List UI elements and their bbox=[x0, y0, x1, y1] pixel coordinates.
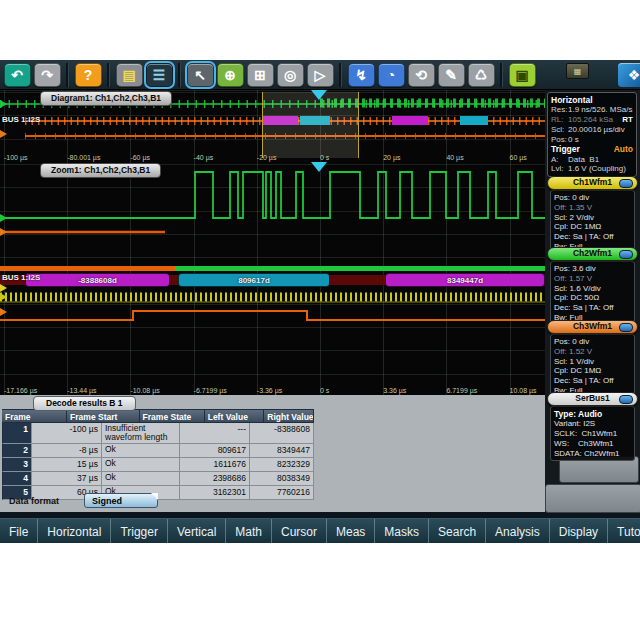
zoom1-waveform-area: -8388608d809617d8349447d Zoom1: Ch1,Ch2,… bbox=[0, 162, 545, 396]
toolbar-separator bbox=[500, 63, 503, 87]
delete-button[interactable]: ♺ bbox=[468, 63, 495, 87]
trigger-mode-badge: Auto bbox=[614, 144, 633, 154]
trigger-tool-button[interactable]: ↯ bbox=[348, 63, 375, 87]
diagram1-tab[interactable]: Diagram1: Ch1,Ch2,Ch3,B1 bbox=[40, 91, 172, 106]
channel-badge-ch1wfm1[interactable]: Ch1Wfm1 Pos: 0 divOff: 1.35 VScl: 2 V/di… bbox=[547, 176, 638, 255]
decode-results-panel: Decode results B 1 FrameFrame StartFrame… bbox=[0, 395, 545, 512]
toolbar-separator bbox=[107, 63, 110, 87]
right-sidebar: Horizontal Res:1.9 ns/526. MSa/sRL:105.2… bbox=[545, 90, 640, 512]
menu-tutorials[interactable]: Tutorials bbox=[608, 519, 640, 543]
trigger-position-marker-zoom[interactable] bbox=[311, 162, 327, 172]
bus1-label: BUS 1:I2S bbox=[2, 115, 40, 124]
ch1-ground-marker-zoom[interactable] bbox=[0, 293, 7, 301]
trigger-panel-title: Trigger bbox=[551, 144, 580, 154]
help-button[interactable]: ? bbox=[75, 63, 102, 87]
menu-cursor[interactable]: Cursor bbox=[272, 519, 327, 543]
minimized-dialog[interactable] bbox=[545, 484, 640, 513]
data-format-select[interactable]: Signed bbox=[84, 493, 158, 508]
undo-button[interactable]: ↶ bbox=[4, 63, 31, 87]
mask-test-button[interactable]: ◎ bbox=[277, 63, 304, 87]
toolbar-separator bbox=[339, 63, 342, 87]
horizontal-trigger-panel[interactable]: Horizontal Res:1.9 ns/526. MSa/sRL:105.2… bbox=[547, 92, 637, 177]
bus1-label-zoom: BUS 1:I2S bbox=[2, 273, 40, 282]
zoom-region-indicator[interactable] bbox=[262, 92, 359, 158]
trigger-position-marker[interactable] bbox=[311, 90, 327, 100]
horizontal-panel-title: Horizontal bbox=[551, 95, 593, 105]
toolbar: ↶↷?▤☰↖⊕⊞◎▷↯◔⟲✎♺▣ bbox=[0, 60, 640, 90]
layout-grid-button[interactable]: ⊞ bbox=[247, 63, 274, 87]
acquisition-timer-button[interactable]: ◔ bbox=[378, 63, 405, 87]
badge-title: SerBus1 bbox=[575, 393, 610, 403]
minimize-icon[interactable] bbox=[619, 323, 633, 332]
diagram1-time-axis: -100 µs-80.001 µs-60 µs-40 µs-20 µs0 s20… bbox=[0, 152, 545, 161]
bus-frame: 809617d bbox=[178, 273, 330, 287]
menu-search[interactable]: Search bbox=[429, 519, 486, 543]
signal-settings-button[interactable]: ☰ bbox=[146, 63, 173, 87]
menu-vertical[interactable]: Vertical bbox=[168, 519, 226, 543]
ch3-ws-marker[interactable] bbox=[0, 308, 7, 316]
minimize-icon[interactable] bbox=[619, 395, 633, 404]
select-tool-button[interactable]: ↖ bbox=[187, 63, 214, 87]
decode-results-table: FrameFrame StartFrame StateLeft ValueRig… bbox=[2, 409, 314, 500]
table-row[interactable]: 4 37 µs Ok 2398686 8038349 bbox=[2, 472, 314, 486]
badge-title: Ch2Wfm1 bbox=[573, 248, 612, 258]
save-recall-button[interactable]: ▣ bbox=[509, 63, 536, 87]
diagram1-waveform-area: Diagram1: Ch1,Ch2,Ch3,B1 BUS 1:I2S -100 … bbox=[0, 90, 545, 163]
bus-frame: -8388608d bbox=[25, 273, 170, 287]
badge-title: Ch3Wfm1 bbox=[573, 321, 612, 331]
minimize-icon[interactable] bbox=[619, 179, 633, 188]
menu-horizontal[interactable]: Horizontal bbox=[38, 519, 111, 543]
annotate-button[interactable]: ✎ bbox=[438, 63, 465, 87]
table-rows: 1 -100 µs Insufficient waveform length -… bbox=[2, 423, 314, 500]
menu-math[interactable]: Math bbox=[226, 519, 272, 543]
zoom1-tab[interactable]: Zoom1: Ch1,Ch2,Ch3,B1 bbox=[40, 163, 161, 178]
ch2-ground-marker-zoom[interactable] bbox=[0, 214, 7, 222]
menu-trigger[interactable]: Trigger bbox=[111, 519, 168, 543]
main-menu-bar: FileHorizontalTriggerVerticalMathCursorM… bbox=[0, 518, 640, 543]
channel-badge-ch2wfm1[interactable]: Ch2Wfm1 Pos: 3.6 divOff: 1.57 VScl: 1.6 … bbox=[547, 247, 638, 326]
menu-analysis[interactable]: Analysis bbox=[486, 519, 550, 543]
screenshot-icon[interactable]: ▦ bbox=[566, 63, 589, 79]
menu-masks[interactable]: Masks bbox=[375, 519, 429, 543]
menu-display[interactable]: Display bbox=[550, 519, 608, 543]
data-format-label: Data format bbox=[9, 496, 59, 506]
table-row[interactable]: 3 15 µs Ok 1611676 8232329 bbox=[2, 458, 314, 472]
bus-frame: 8349447d bbox=[385, 273, 545, 287]
ch3-ground-marker-zoom[interactable] bbox=[0, 228, 7, 236]
table-header-row: FrameFrame StartFrame StateLeft ValueRig… bbox=[2, 409, 314, 423]
channel-badge-ch3wfm1[interactable]: Ch3Wfm1 Pos: 0 divOff: 1.52 VScl: 1 V/di… bbox=[547, 320, 638, 399]
table-row[interactable]: 2 -8 µs Ok 809617 8349447 bbox=[2, 444, 314, 458]
decode-results-tab[interactable]: Decode results B 1 bbox=[33, 396, 136, 411]
oscilloscope-screen: ↶↷?▤☰↖⊕⊞◎▷↯◔⟲✎♺▣ ▦ ❖ Diagram1: Ch1,Ch2,C… bbox=[0, 60, 640, 543]
report-button[interactable]: ▷ bbox=[307, 63, 334, 87]
screenshot-canvas: ↶↷?▤☰↖⊕⊞◎▷↯◔⟲✎♺▣ ▦ ❖ Diagram1: Ch1,Ch2,C… bbox=[0, 0, 640, 640]
menu-file[interactable]: File bbox=[0, 519, 38, 543]
ch2-ground-marker[interactable] bbox=[0, 100, 7, 108]
zoom-tool-button[interactable]: ⊕ bbox=[217, 63, 244, 87]
history-button[interactable]: ⟲ bbox=[408, 63, 435, 87]
bus1-track-marker[interactable] bbox=[0, 284, 7, 292]
table-row[interactable]: 1 -100 µs Insufficient waveform length -… bbox=[2, 423, 314, 444]
toolbar-separator bbox=[178, 63, 181, 87]
badge-title: Ch1Wfm1 bbox=[573, 177, 612, 187]
open-file-button[interactable]: ▤ bbox=[116, 63, 143, 87]
horizontal-rows: Res:1.9 ns/526. MSa/sRL:105.264 kSaRTScl… bbox=[551, 105, 633, 144]
redo-button[interactable]: ↷ bbox=[34, 63, 61, 87]
menu-meas[interactable]: Meas bbox=[327, 519, 375, 543]
minimize-icon[interactable] bbox=[619, 250, 633, 259]
trigger-rows: A:Data B1Lvl:1.6 V (Coupling) bbox=[551, 155, 633, 175]
serial-bus-badge-serbus1[interactable]: SerBus1 Type: AudioVariant: I2SSCLK: Ch1… bbox=[547, 392, 638, 461]
ch3-ground-marker[interactable] bbox=[0, 130, 7, 138]
toolbar-separator bbox=[66, 63, 69, 87]
zoom1-time-axis: -17.166 µs-13.44 µs-10.08 µs-6.7199 µs-3… bbox=[0, 385, 545, 394]
rohde-schwarz-logo: ❖ bbox=[618, 63, 640, 87]
